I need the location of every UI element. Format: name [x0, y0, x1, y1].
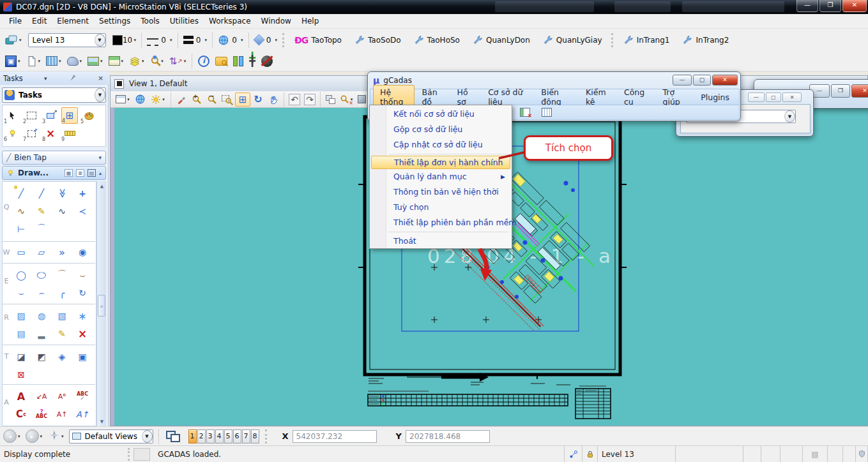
- view-next-button[interactable]: ↷: [302, 93, 317, 107]
- menu-item-thiet-lap-don-vi-hanh-chinh[interactable]: Thiết lập đơn vị hành chính: [371, 156, 510, 169]
- restore-button[interactable]: ❐: [819, 0, 841, 12]
- section-bien-tap[interactable]: ╱ Bien Tap ▾: [2, 151, 106, 165]
- fillet-tool[interactable]: ╭: [54, 285, 70, 301]
- view-toggle-5[interactable]: 5: [224, 429, 232, 443]
- linear-pattern-tool[interactable]: ∗: [74, 308, 91, 324]
- models-button[interactable]: ▾: [65, 53, 85, 70]
- display-text-attributes-tool[interactable]: ?ABC: [33, 406, 50, 422]
- view-toggle-2[interactable]: 2: [197, 429, 206, 443]
- delete-tags-tool[interactable]: ⊠: [13, 366, 29, 383]
- menu-item-thiet-lap-phien-ban[interactable]: Thiết lập phiên bản phần mềm: [370, 215, 512, 230]
- menu-item-quan-ly-danh-muc[interactable]: Quản lý danh mục▶: [370, 169, 512, 184]
- menu-window[interactable]: Window: [256, 15, 296, 27]
- menu-file[interactable]: File: [4, 15, 27, 27]
- collapse-icon[interactable]: ▴: [99, 170, 102, 176]
- view-toggle-1[interactable]: 1: [188, 429, 197, 443]
- menu-utilities[interactable]: Utilities: [165, 15, 204, 27]
- locks-cell[interactable]: [582, 446, 597, 462]
- fit-view-button[interactable]: ⊞: [235, 93, 250, 107]
- tasks-panel-header[interactable]: Tasks ▾ ×: [0, 71, 109, 85]
- intrang1-button[interactable]: InTrang1: [617, 31, 676, 49]
- view-toggle-4[interactable]: 4: [215, 429, 224, 443]
- menu-settings[interactable]: Settings: [94, 15, 135, 27]
- menu-item-tuy-chon[interactable]: Tuỳ chọn: [370, 200, 512, 215]
- place-curve-tool[interactable]: ∿: [54, 203, 70, 220]
- spell-checker-tool[interactable]: ABC✓: [74, 388, 91, 405]
- place-smartline-tool[interactable]: ╱: [13, 185, 29, 202]
- change-text-attributes-tool[interactable]: A↑: [74, 406, 91, 422]
- place-note-tool[interactable]: ↙A: [33, 388, 50, 405]
- match-pattern-tool[interactable]: ▂: [33, 325, 50, 342]
- references-button[interactable]: ▾: [106, 53, 126, 70]
- default-views-combo[interactable]: Default Views ▼: [69, 429, 153, 443]
- match-text-attributes-tool[interactable]: A↑: [54, 406, 70, 422]
- copy-view-button[interactable]: [323, 93, 339, 107]
- menu-edit[interactable]: Edit: [27, 15, 52, 27]
- selection-tool[interactable]: 1: [4, 107, 20, 124]
- status-cell[interactable]: [827, 446, 842, 462]
- digital-rights-cell[interactable]: [855, 446, 868, 462]
- place-text-tool[interactable]: A: [13, 388, 29, 405]
- rotate-view-button[interactable]: ↻: [250, 93, 266, 107]
- chevron-down-icon[interactable]: ▾: [41, 75, 50, 82]
- status-cell[interactable]: [842, 446, 855, 462]
- arc-radius-tool[interactable]: ⌢: [33, 285, 50, 301]
- active-line-weight-button[interactable]: 0 ▾: [181, 32, 210, 48]
- update-view-button[interactable]: [174, 93, 189, 107]
- taotopo-button[interactable]: ĐG TaoTopo: [288, 31, 348, 49]
- view-rotation-button[interactable]: [49, 429, 60, 443]
- quanlygiay-button[interactable]: QuanLyGiay: [537, 31, 609, 49]
- place-line-tool[interactable]: ╱: [33, 185, 50, 202]
- close-button[interactable]: ✕: [782, 93, 802, 102]
- menu-help[interactable]: Help: [296, 15, 324, 27]
- scroll-up-icon[interactable]: ▲: [97, 181, 107, 191]
- selection-cell[interactable]: [675, 446, 743, 462]
- place-regular-polygon-tool[interactable]: ◉: [74, 244, 91, 260]
- menu-item-gop-csdl[interactable]: Gộp cơ sở dữ liệu: [370, 122, 512, 137]
- scroll-thumb[interactable]: ≡: [98, 295, 105, 317]
- change-display-tool[interactable]: 6: [4, 125, 20, 142]
- change-attributes-tool[interactable]: 5: [80, 107, 97, 124]
- menu-workspace[interactable]: Workspace: [204, 15, 256, 27]
- gcadas-menu-plugins[interactable]: Plugins: [694, 90, 736, 105]
- level-manager-button[interactable]: ▾: [126, 53, 147, 70]
- delete-tool[interactable]: 8×: [42, 125, 59, 142]
- menu-tools[interactable]: Tools: [135, 15, 165, 27]
- close-icon[interactable]: ×: [96, 74, 105, 82]
- pattern-area-tool[interactable]: ▧: [54, 308, 70, 324]
- tasks-scrollbar[interactable]: ▲ ≡ ▼: [96, 181, 106, 426]
- active-level-cell[interactable]: Level 13: [597, 446, 675, 462]
- active-class-button[interactable]: 0 ▾: [215, 32, 246, 48]
- fence-tool[interactable]: 2: [23, 107, 40, 124]
- status-cell[interactable]: [743, 446, 761, 462]
- place-point-tool[interactable]: +: [74, 185, 91, 202]
- view-back-button[interactable]: ◂: [3, 429, 17, 443]
- chevron-down-icon[interactable]: ▼: [784, 110, 795, 123]
- key-in-browser-button[interactable]: [213, 53, 230, 70]
- view-groups-button[interactable]: [164, 429, 183, 444]
- view-left-scrollbar[interactable]: [110, 108, 114, 426]
- tasks-combo[interactable]: Tasks ▼: [2, 87, 106, 103]
- place-multiline-tool[interactable]: ≪: [54, 185, 70, 202]
- delete-table-icon[interactable]: ×: [520, 108, 530, 117]
- level-display-button[interactable]: ✱▾: [148, 53, 166, 70]
- zoom-in-button[interactable]: +: [189, 93, 204, 107]
- active-level-combo[interactable]: Level 13 ▼: [28, 33, 106, 47]
- view-toggle-7[interactable]: 7: [242, 429, 250, 443]
- active-line-style-button[interactable]: 0 ▾: [144, 32, 175, 48]
- taohoso-button[interactable]: TaoHoSo: [407, 31, 466, 49]
- close-button[interactable]: ✕: [842, 0, 867, 12]
- maximize-button[interactable]: ▢: [766, 93, 781, 102]
- edit-tags-tool[interactable]: ◩: [33, 348, 50, 365]
- gcadas-minimize-button[interactable]: —: [673, 75, 692, 86]
- chevron-down-icon[interactable]: ▼: [95, 34, 105, 47]
- design-history-cell[interactable]: ▤: [802, 446, 827, 462]
- change-pattern-tool[interactable]: ✎: [54, 325, 70, 342]
- restore-button[interactable]: ❐: [831, 84, 850, 98]
- view-attributes-button[interactable]: ▾: [113, 93, 132, 107]
- place-orthogonal-shape-tool[interactable]: »: [54, 244, 70, 260]
- crosshatch-area-tool[interactable]: ◍: [33, 308, 50, 324]
- pin-icon[interactable]: [68, 74, 78, 83]
- window-area-button[interactable]: [220, 93, 235, 107]
- list-mode-icon[interactable]: ≡: [76, 169, 84, 177]
